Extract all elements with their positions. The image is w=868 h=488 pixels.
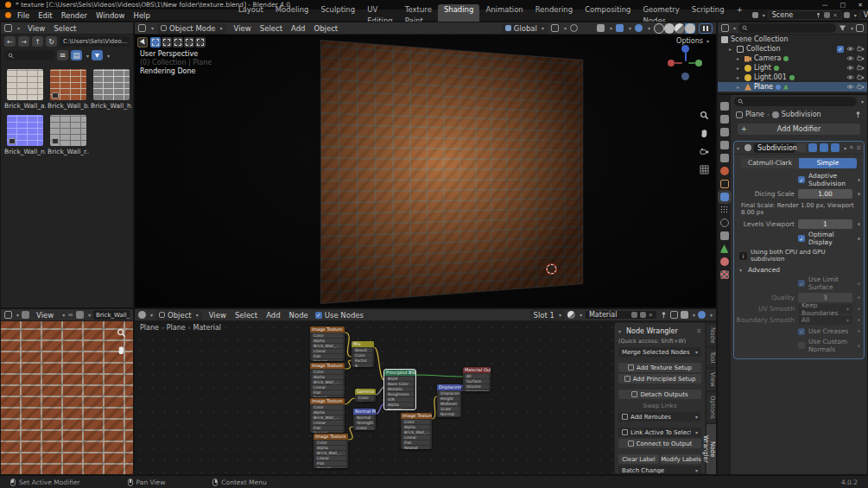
node-image-texture[interactable]: Image TextureColorAlphaBrick_Wall_…Linea… — [310, 363, 345, 397]
nw-clear-label[interactable]: Clear Label — [618, 454, 659, 464]
menu-file[interactable]: File — [13, 11, 34, 20]
boundary-smooth-dropdown[interactable]: All▾ — [798, 315, 852, 325]
close-button[interactable]: ✕ — [858, 2, 863, 9]
material-name-field[interactable]: Material — [589, 311, 629, 319]
vp-menu-object[interactable]: Object — [309, 24, 342, 33]
hide-eye-icon[interactable] — [846, 54, 854, 62]
properties-tab-texture-icon[interactable] — [720, 270, 729, 279]
breadcrumb-modifier[interactable]: Subdivision — [782, 111, 821, 118]
material-preview-button[interactable] — [675, 23, 685, 34]
levels-viewport-field[interactable]: 1 — [798, 219, 852, 229]
fake-user-shield-icon[interactable] — [631, 312, 637, 318]
shader-type-selector[interactable]: Object ▾ — [155, 310, 202, 320]
render-visibility-icon[interactable] — [857, 45, 865, 53]
toggle-perspective-icon[interactable] — [700, 165, 709, 174]
display-thumbnails-button[interactable]: ▤ — [71, 50, 82, 60]
display-size-caret-icon[interactable]: ▾ — [86, 53, 89, 59]
node-normal-map[interactable]: Normal MapNormalStrengthColor — [353, 409, 376, 430]
zoom-icon[interactable] — [117, 328, 126, 338]
use-nodes-toggle[interactable]: ✓ Use Nodes — [315, 311, 364, 320]
nw-detach-outputs[interactable]: Detach Outputs — [618, 390, 701, 399]
file-search-input[interactable] — [4, 50, 54, 60]
render-visibility-icon[interactable] — [857, 83, 865, 91]
tab-simple[interactable]: Simple — [799, 158, 857, 168]
nw-connect-to-output[interactable]: Connect to Output — [618, 439, 701, 448]
node-image-texture[interactable]: Image TextureColorAlphaBrick_Wall_…Linea… — [401, 413, 432, 449]
pan-hand-icon[interactable] — [700, 129, 709, 138]
side-tab-tool[interactable]: Tool — [706, 348, 716, 367]
gizmos-icon[interactable] — [616, 24, 624, 32]
nw-add-reroutes[interactable]: Add Reroutes▾ — [618, 412, 701, 421]
overlays-icon[interactable] — [635, 24, 643, 32]
material-slot-selector[interactable]: Slot 1▾ — [530, 310, 565, 320]
breadcrumb-object[interactable]: Plane — [745, 111, 764, 118]
axis-x-ball[interactable] — [668, 60, 675, 67]
render-visibility-icon[interactable] — [857, 73, 865, 81]
drag-handle-icon[interactable]: ≡ — [857, 144, 861, 151]
decorator-dot-icon[interactable] — [858, 223, 860, 225]
panel-drag-handle-icon[interactable]: ≡ — [697, 327, 701, 334]
properties-tab-object-icon[interactable] — [720, 180, 729, 188]
active-tool-cursor-icon[interactable] — [137, 37, 148, 48]
expand-arrow-icon[interactable]: ▸ — [729, 46, 734, 52]
render-visibility-icon[interactable] — [857, 54, 865, 62]
mode-selector[interactable]: Object Mode ▾ — [157, 23, 226, 34]
outliner-row-light[interactable]: ▸Light — [718, 63, 867, 73]
properties-tab-render-icon[interactable] — [720, 115, 729, 124]
path-field[interactable]: C:\Users\Sels\Video... — [60, 36, 130, 47]
browse-image-icon[interactable] — [76, 311, 84, 319]
uv-smooth-dropdown[interactable]: Keep Boundaries▾ — [798, 304, 852, 314]
solid-shading-button[interactable] — [664, 23, 675, 34]
file-item-brick-wall-h[interactable]: Brick_Wall_h... — [91, 69, 132, 110]
shader-overlays-icon[interactable] — [698, 311, 706, 319]
properties-tab-material-icon[interactable] — [720, 257, 729, 266]
select-mode-subtract-button[interactable] — [173, 37, 183, 48]
select-mode-intersect-button[interactable] — [195, 37, 206, 48]
node-gamma[interactable]: GammaColorGamma — [355, 389, 376, 402]
pan-hand-icon[interactable] — [117, 345, 126, 355]
select-mode-new-button[interactable] — [150, 37, 161, 48]
file-item-brick-wall-r[interactable]: Brick_Wall_r... — [48, 115, 89, 155]
show-in-viewport-toggle[interactable] — [820, 143, 828, 152]
hide-eye-icon[interactable] — [846, 45, 854, 53]
scene-selector[interactable]: ▾ Scene ✕ — [752, 10, 842, 20]
properties-options-caret-icon[interactable]: ▾ — [861, 98, 864, 105]
vp-menu-add[interactable]: Add — [287, 24, 309, 33]
decorator-dot-icon[interactable] — [858, 179, 860, 181]
collapse-arrow-icon[interactable]: ▾ — [618, 328, 624, 334]
camera-view-icon[interactable] — [700, 147, 709, 156]
expand-arrow-icon[interactable]: ▸ — [737, 55, 742, 61]
display-vertical-list-button[interactable]: ≡ — [57, 50, 68, 60]
snapping-icon[interactable] — [681, 311, 688, 319]
show-in-render-toggle[interactable] — [831, 143, 839, 152]
proportional-edit-icon[interactable] — [570, 24, 578, 32]
viewport-options-button[interactable]: Options▾ — [676, 37, 709, 45]
outliner-row-collection[interactable]: ▸Collection✓ — [718, 44, 867, 54]
nav-back-button[interactable]: ← — [4, 36, 16, 47]
properties-tab-particles-icon[interactable] — [720, 206, 729, 214]
navigation-gizmo[interactable] — [668, 45, 702, 90]
new-material-icon[interactable] — [640, 312, 646, 318]
hide-eye-icon[interactable] — [846, 73, 854, 81]
add-modifier-button[interactable]: + Add Modifier — [738, 124, 860, 135]
show-on-cage-toggle[interactable] — [797, 143, 806, 152]
vp-menu-view[interactable]: View — [230, 24, 256, 33]
menu-render[interactable]: Render — [57, 11, 92, 20]
viewport-3d[interactable]: ▾ Object Mode ▾ ViewSelectAddObject Glob… — [134, 22, 717, 308]
editor-type-icon[interactable] — [138, 24, 146, 32]
hide-eye-icon[interactable] — [846, 83, 854, 91]
use-limit-surface-checkbox[interactable]: ✓ — [798, 280, 805, 287]
decorator-dot-icon[interactable] — [858, 193, 860, 195]
decorator-dot-icon[interactable] — [858, 238, 860, 240]
hide-eye-icon[interactable] — [846, 64, 854, 72]
menu-edit[interactable]: Edit — [34, 11, 56, 20]
editor-type-icon[interactable] — [4, 24, 12, 32]
outliner-search-input[interactable] — [738, 23, 836, 33]
outliner-row-camera[interactable]: ▸Camera — [718, 54, 867, 63]
filter-caret-icon[interactable]: ▾ — [107, 53, 110, 59]
file-item-brick-wall-a[interactable]: Brick_Wall_a... — [4, 69, 46, 110]
node-displacement[interactable]: DisplacementDisplacementHeightMidlevelSc… — [437, 384, 461, 417]
use-creases-checkbox[interactable]: ✓ — [798, 328, 805, 335]
new-collection-icon[interactable] — [856, 24, 864, 32]
node-mix[interactable]: MixResultColorFactorAB — [352, 341, 374, 367]
